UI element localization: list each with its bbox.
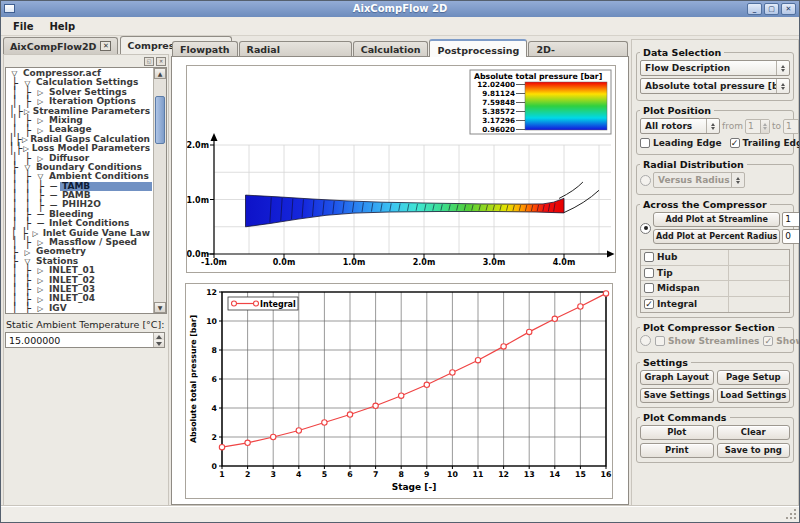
svg-text:7: 7	[373, 470, 378, 479]
trailing-edge-checkbox[interactable]: ✓Trailing Edge	[730, 138, 800, 148]
svg-text:9: 9	[424, 470, 429, 479]
menu-item-help[interactable]: Help	[41, 19, 83, 34]
project-tree: ▽Compressor.acf├▽Calculation Settings│├▷…	[5, 67, 167, 314]
streamline-spinner[interactable]: 1	[782, 212, 800, 227]
expand-icon[interactable]: ▷	[21, 135, 28, 144]
integral-checkbox[interactable]: ✓Integral	[644, 299, 697, 309]
tip-checkbox[interactable]: Tip	[644, 268, 673, 278]
save-settings-button[interactable]: Save Settings	[640, 388, 714, 403]
show-2d-plot-checkbox[interactable]: ✓Show 2D Plot	[763, 336, 800, 346]
midspan-checkbox[interactable]: Midspan	[644, 283, 700, 293]
svg-text:8: 8	[212, 346, 217, 355]
rotor-select[interactable]: All rotors	[640, 118, 720, 134]
plot-line-cell: ✓Integral	[641, 297, 729, 313]
left-sidebar: ◱ ✕ ▽Compressor.acf├▽Calculation Setting…	[3, 54, 169, 506]
plot-line-row: Tip	[641, 266, 789, 282]
across-compressor-radio[interactable]	[640, 223, 651, 234]
expand-icon[interactable]: ▷	[34, 285, 47, 294]
graph-layout-button[interactable]: Graph Layout	[640, 370, 714, 385]
tab-2d-visualization[interactable]: 2D-Visualization	[528, 41, 628, 57]
temperature-label: Static Ambient Temperature [°C]:	[5, 319, 167, 330]
spin-down-icon[interactable]	[154, 340, 164, 347]
resize-grip[interactable]	[786, 509, 796, 519]
checkbox-label: Tip	[657, 268, 673, 278]
group-title: Settings	[640, 357, 691, 368]
temperature-input[interactable]	[6, 333, 153, 347]
expand-icon[interactable]: ▷	[34, 88, 47, 97]
expand-icon[interactable]: ▷	[34, 295, 47, 304]
svg-text:3: 3	[270, 470, 275, 479]
tab-postprocessing[interactable]: Postprocessing	[429, 39, 527, 57]
svg-text:10: 10	[447, 470, 458, 479]
checkbox-label: Integral	[657, 299, 697, 309]
tab-radial-distribution[interactable]: Radial Distribution	[239, 41, 352, 57]
quantity-select[interactable]: Absolute total pressure [bar]	[640, 78, 790, 94]
spin-up-icon[interactable]	[154, 333, 164, 340]
plot-section-radio[interactable]	[640, 335, 651, 346]
menu-item-file[interactable]: File	[5, 19, 41, 34]
svg-text:14: 14	[549, 470, 560, 479]
scroll-up-icon[interactable]: ▲	[154, 68, 166, 79]
combo-arrows-icon	[776, 61, 789, 75]
group-radial-distribution: Radial Distribution Versus Radius	[636, 164, 794, 195]
maximize-icon[interactable]: ▢	[764, 3, 779, 15]
tree-item-geometry[interactable]: ├▷Geometry	[8, 247, 152, 256]
add-plot-at-streamline-button[interactable]: Add Plot at Streamline	[653, 212, 780, 227]
load-settings-button[interactable]: Load Settings	[717, 388, 791, 403]
show-streamlines-checkbox[interactable]: Show Streamlines	[655, 336, 759, 346]
combo-arrows-icon	[706, 119, 719, 133]
add-plot-at-percent-radius-button[interactable]: Add Plot at Percent Radius	[653, 229, 780, 244]
percent-radius-spinner[interactable]: 0	[782, 229, 800, 244]
plot-line-row: Hub	[641, 250, 789, 266]
dock-close-icon[interactable]: ✕	[156, 57, 166, 66]
main-area: FlowpathRadial DistributionCalculationPo…	[171, 39, 629, 506]
tab-calculation[interactable]: Calculation	[353, 41, 429, 57]
radial-distribution-radio[interactable]	[640, 175, 651, 186]
expand-icon[interactable]: ▷	[34, 266, 47, 275]
tree-panel-header: ◱ ✕	[5, 56, 167, 67]
svg-text:6: 6	[347, 470, 352, 479]
save-to-png-button[interactable]: Save to png	[717, 443, 791, 458]
leading-edge-checkbox[interactable]: Leading Edge	[640, 138, 722, 148]
from-spinner[interactable]: 1	[745, 119, 770, 134]
checkbox-icon	[640, 138, 650, 148]
expand-icon[interactable]: ▷	[34, 276, 47, 285]
clear-button[interactable]: Clear	[717, 425, 791, 440]
checkbox-icon: ✓	[644, 299, 654, 309]
page-setup-button[interactable]: Page Setup	[717, 370, 791, 385]
plot-line-cell: Tip	[641, 266, 729, 281]
versus-radius-select[interactable]: Versus Radius	[653, 172, 745, 188]
svg-text:10: 10	[206, 317, 217, 326]
tree-scrollbar[interactable]: ▲ ▼	[153, 68, 166, 313]
expand-icon[interactable]: ▷	[34, 116, 47, 125]
print-button[interactable]: Print	[640, 443, 714, 458]
combo-arrows-icon	[776, 79, 789, 93]
close-icon[interactable]: ✕	[781, 3, 796, 15]
plot-button[interactable]: Plot	[640, 425, 714, 440]
svg-text:15: 15	[575, 470, 586, 479]
integral-chart-svg: 12345678910111213141516024681012Stage [-…	[186, 284, 612, 498]
svg-text:-1.0m: -1.0m	[201, 258, 227, 267]
doc-tab-aixcompflow2d[interactable]: AixCompFlow2D✕	[3, 37, 118, 54]
minimize-icon[interactable]: _	[747, 3, 762, 15]
svg-text:0.96020: 0.96020	[482, 125, 515, 134]
tab-close-icon[interactable]: ✕	[100, 41, 111, 51]
expand-icon[interactable]: ▷	[30, 229, 41, 238]
checkbox-icon	[644, 283, 654, 293]
to-spinner[interactable]: 1	[783, 119, 800, 134]
flow-description-select[interactable]: Flow Description	[640, 60, 790, 76]
hub-checkbox[interactable]: Hub	[644, 252, 677, 262]
tab-flowpath[interactable]: Flowpath	[172, 41, 238, 57]
expand-icon[interactable]: ▷	[34, 304, 47, 313]
titlebar[interactable]: AixCompFlow 2D _ ▢ ✕	[1, 1, 799, 17]
checkbox-icon: ✓	[763, 336, 773, 346]
tree-item-igv[interactable]: │├▷IGV	[8, 304, 152, 313]
dock-float-icon[interactable]: ◱	[144, 57, 154, 66]
expand-icon[interactable]: ▷	[21, 248, 34, 257]
temperature-spinbox	[5, 332, 165, 348]
scrollbar-thumb[interactable]	[155, 96, 165, 144]
scroll-down-icon[interactable]: ▼	[154, 302, 166, 313]
svg-text:12.02400: 12.02400	[477, 80, 515, 89]
expand-icon[interactable]: ▷	[34, 97, 47, 106]
svg-text:0.0m: 0.0m	[273, 258, 296, 267]
